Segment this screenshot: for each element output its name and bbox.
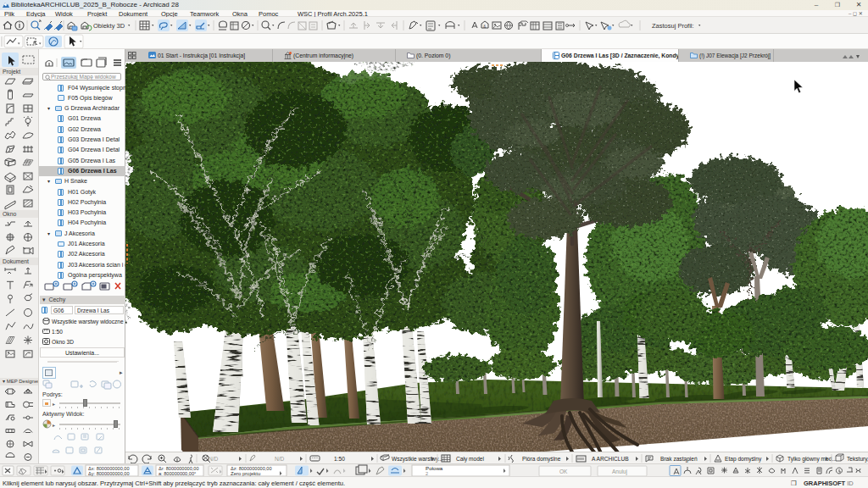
svg-text:Połowa: Połowa (426, 465, 443, 471)
svg-text:Zastosuj Profil:: Zastosuj Profil: (652, 22, 694, 30)
svg-text:Wszystkie warstwy...: Wszystkie warstwy... (392, 456, 442, 463)
svg-text:Tylko główny mod...: Tylko główny mod... (787, 456, 837, 463)
svg-text:Cały model: Cały model (456, 456, 485, 463)
svg-text:a: 800000000,00°: a: 800000000,00° (159, 471, 196, 476)
svg-text:1:50: 1:50 (334, 456, 345, 462)
svg-text:Tekstury, cienie, kr...: Tekstury, cienie, kr... (847, 456, 868, 463)
svg-text:Obiekty 3D: Obiekty 3D (93, 22, 125, 30)
svg-text:Δy: 8000000000,00: Δy: 8000000000,00 (88, 471, 130, 476)
svg-text:Zero projektu: Zero projektu (231, 471, 260, 476)
svg-text:Anuluj: Anuluj (612, 469, 627, 475)
svg-text:A ARCHICLUB: A ARCHICLUB (592, 456, 629, 462)
svg-text:Etap domyślny: Etap domyślny (725, 456, 762, 463)
svg-text:OK: OK (559, 469, 568, 474)
svg-text:N/D: N/D (275, 456, 285, 462)
svg-text:Pióra domyślne: Pióra domyślne (522, 456, 561, 463)
svg-text:Brak zastąpień: Brak zastąpień (660, 456, 698, 463)
svg-text:N/D: N/D (209, 456, 219, 462)
